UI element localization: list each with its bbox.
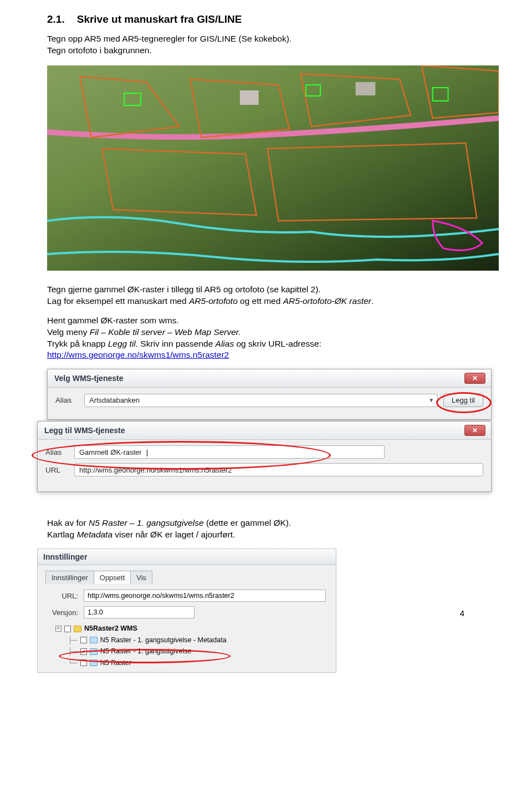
- dialog1-title-text: Velg WMS-tjeneste: [54, 374, 123, 383]
- dialog2-alias-label: Alias: [45, 448, 69, 456]
- p2b: Velg meny: [47, 327, 90, 337]
- tab-innstillinger[interactable]: Innstillinger: [45, 571, 94, 584]
- tree-layer1-label: N5 Raster - 1. gangsutgivelse - Metadata: [100, 634, 227, 646]
- dialog-stack-figure: Velg WMS-tjeneste ✕ Alias Artsdatabanken…: [37, 369, 499, 496]
- intro-text: Tegn opp AR5 med AR5-tegneregler for GIS…: [47, 33, 499, 57]
- bt-b: (dette er gammel ØK).: [204, 518, 291, 527]
- intro-line-2: Tegn ortofoto i bakgrunnen.: [47, 45, 152, 55]
- p2c: Trykk på knapp: [47, 339, 108, 348]
- checkbox-gangsutgivelse[interactable]: ✓: [80, 648, 87, 655]
- dialog2-titlebar: Legg til WMS-tjeneste ✕: [38, 422, 491, 440]
- bt-c: Kartlag: [47, 530, 76, 539]
- settings-panel: Innstillinger Innstillinger Oppsett Vis …: [37, 549, 336, 673]
- p1b: Lag for eksempel ett manuskart med: [47, 296, 189, 306]
- bt-d: viser når ØK er laget / ajourført.: [112, 530, 235, 539]
- tree-root-label: N5Raster2 WMS: [84, 623, 137, 634]
- p1c: og ett med: [238, 296, 283, 306]
- section-heading: 2.1. Skrive ut manuskart fra GIS/LINE: [47, 13, 499, 26]
- page-number: 4: [460, 608, 464, 618]
- svg-rect-5: [356, 82, 376, 95]
- p1-italic-1: AR5-ortofoto: [189, 296, 238, 306]
- p2d: Skriv inn passende: [138, 339, 216, 348]
- legg-til-button[interactable]: Legg til: [443, 393, 483, 407]
- tree-layer2-label: N5 Raster - 1. gangsutgivelse: [100, 646, 192, 657]
- section-title: Skrive ut manuskart fra GIS/LINE: [77, 13, 242, 26]
- dialog-legg-til-wms: Legg til WMS-tjeneste ✕ Alias Gammelt ØK…: [37, 421, 492, 492]
- paragraph-wms: Hent gammel ØK-raster som wms. Velg meny…: [47, 315, 499, 362]
- settings-title: Innstillinger: [38, 549, 336, 565]
- settings-url-label: URL:: [48, 592, 78, 600]
- settings-url-value: http://wms.geonorge.no/skwms1/wms.n5rast…: [88, 592, 234, 600]
- dialog1-alias-label: Alias: [55, 396, 79, 404]
- intro-line-1: Tegn opp AR5 med AR5-tegneregler for GIS…: [47, 34, 291, 43]
- layer-icon: [90, 659, 98, 666]
- chevron-down-icon: ▼: [428, 397, 434, 403]
- close-icon[interactable]: ✕: [464, 425, 485, 436]
- dialog1-alias-combo[interactable]: Artsdatabanken ▼: [84, 394, 438, 407]
- tree-layer3-label: N5 Raster: [100, 657, 131, 669]
- p2-italic-1: Fil – Koble til server – Web Map Server.: [90, 327, 241, 337]
- section-number: 2.1.: [47, 13, 65, 26]
- tree-layer-gangsutgivelse[interactable]: ├─ ✓ N5 Raster - 1. gangsutgivelse: [68, 646, 326, 657]
- close-icon[interactable]: ✕: [464, 373, 485, 384]
- tab-oppsett[interactable]: Oppsett: [94, 571, 131, 584]
- tree-root[interactable]: − N5Raster2 WMS: [55, 623, 326, 634]
- dialog2-alias-input[interactable]: Gammelt ØK-raster |: [74, 445, 385, 459]
- bottom-paragraph: Hak av for N5 Raster – 1. gangsutgivelse…: [47, 517, 499, 541]
- bt-italic-1: N5 Raster – 1. gangsutgivelse: [89, 518, 204, 527]
- dialog2-url-input[interactable]: http://wms.geonorge.no/skwms1/wms.n5rast…: [74, 463, 483, 476]
- wms-url-link[interactable]: http://wms.geonorge.no/skwms1/wms.n5rast…: [47, 350, 229, 359]
- dialog2-alias-value: Gammelt ØK-raster: [79, 448, 142, 456]
- p1a: Tegn gjerne gammel ØK-raster i tillegg t…: [47, 285, 321, 294]
- checkbox-n5raster[interactable]: [80, 659, 87, 666]
- collapse-icon[interactable]: −: [55, 626, 62, 632]
- checkbox-metadata[interactable]: [80, 637, 87, 643]
- settings-version-input[interactable]: 1.3.0: [84, 606, 195, 618]
- p1d: .: [371, 296, 374, 306]
- settings-version-label: Versjon:: [48, 608, 78, 617]
- dialog2-url-value: http://wms.geonorge.no/skwms1/wms.n5rast…: [79, 466, 232, 474]
- p2a: Hent gammel ØK-raster som wms.: [47, 316, 179, 325]
- folder-icon: [74, 626, 81, 632]
- settings-version-value: 1.3.0: [88, 608, 103, 616]
- bt-italic-2: Metadata: [76, 530, 112, 539]
- dialog1-titlebar: Velg WMS-tjeneste ✕: [48, 369, 491, 388]
- settings-url-input[interactable]: http://wms.geonorge.no/skwms1/wms.n5rast…: [84, 590, 326, 602]
- svg-rect-4: [240, 90, 259, 105]
- layer-icon: [90, 648, 98, 655]
- dialog2-title-text: Legg til WMS-tjeneste: [44, 426, 125, 435]
- p1-italic-2: AR5-ortofoto-ØK raster: [283, 296, 371, 306]
- tab-row: Innstillinger Oppsett Vis: [45, 571, 328, 584]
- bt-a: Hak av for: [47, 518, 89, 527]
- checkbox-root[interactable]: [64, 626, 71, 632]
- dialog2-url-label: URL: [45, 466, 69, 474]
- tab-vis[interactable]: Vis: [130, 571, 152, 584]
- map-orthophoto-figure: [47, 65, 499, 271]
- p2-italic-2: Legg til.: [108, 339, 138, 348]
- layer-tree: − N5Raster2 WMS ├─ N5 Raster - 1. gangsu…: [55, 623, 326, 669]
- paragraph-raster: Tegn gjerne gammel ØK-raster i tillegg t…: [47, 284, 499, 307]
- dialog1-alias-value: Artsdatabanken: [89, 396, 140, 404]
- p2e: og skriv URL-adresse:: [234, 339, 321, 348]
- layer-icon: [90, 637, 98, 643]
- svg-rect-0: [47, 65, 499, 271]
- dialog-velg-wms: Velg WMS-tjeneste ✕ Alias Artsdatabanken…: [47, 369, 492, 420]
- tree-layer-n5raster[interactable]: └─ N5 Raster: [68, 657, 326, 669]
- p2-italic-3: Alias: [216, 339, 234, 348]
- tree-layer-metadata[interactable]: ├─ N5 Raster - 1. gangsutgivelse - Metad…: [68, 634, 326, 646]
